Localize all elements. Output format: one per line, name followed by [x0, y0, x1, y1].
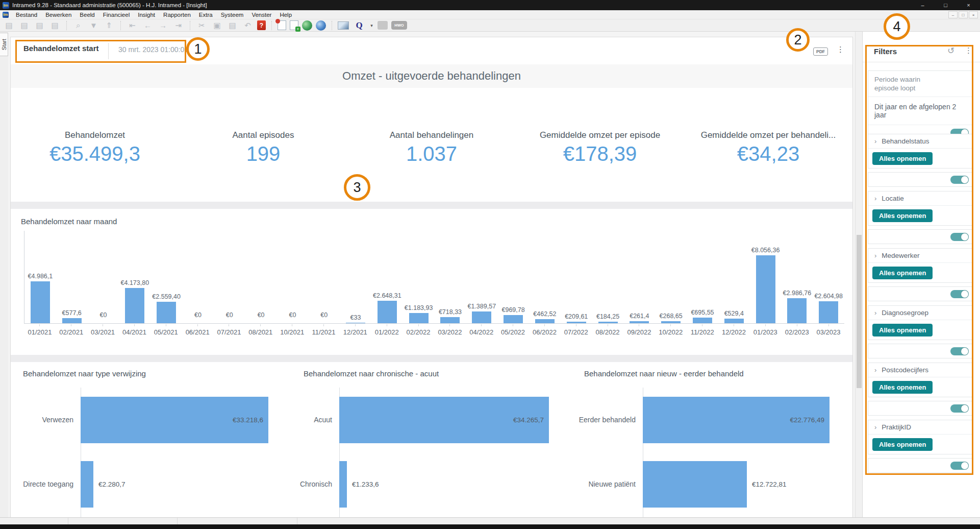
mdi-restore-button[interactable]: □ — [959, 11, 968, 18]
scrollbar-thumb[interactable] — [857, 235, 862, 388]
filter-group-header[interactable]: ›Diagnosegroep — [868, 306, 973, 320]
filter-toggle[interactable] — [950, 462, 969, 470]
include-all-button[interactable]: Alles opnemen — [872, 324, 933, 336]
window-title: Intramed 9.28 - Standaard administratie … — [12, 2, 207, 8]
mdi-minimize-button[interactable]: – — [948, 11, 958, 18]
menu-systeem[interactable]: Systeem — [217, 12, 248, 18]
bar-track: €2.280,7 — [81, 461, 291, 508]
menu-help[interactable]: Help — [275, 12, 296, 18]
dashboard-scrollbar[interactable] — [855, 32, 862, 517]
month-tick-label: 12/2022 — [718, 324, 750, 336]
menu-insight[interactable]: Insight — [134, 12, 159, 18]
filter-period-value[interactable]: Dit jaar en de afgelopen 2 jaar — [868, 97, 973, 125]
filter-toggle[interactable] — [950, 290, 969, 298]
kpi-label: Gemiddelde omzet per behandeli... — [684, 130, 852, 140]
tab-start[interactable]: Start — [0, 33, 8, 56]
verslaglegging-icon[interactable] — [278, 20, 286, 30]
monthly-revenue-chart: Behandelomzet naar maand €4.986,1€577,6€… — [11, 209, 852, 355]
bar-value-label: €4.173,80 — [121, 279, 149, 286]
menu-financieel[interactable]: Financieel — [99, 12, 134, 18]
koppeling-icon[interactable] — [378, 21, 388, 30]
include-all-button[interactable]: Alles opnemen — [872, 381, 933, 394]
bar — [409, 313, 429, 323]
bar — [535, 319, 555, 323]
filters-menu-button[interactable]: ⋮ — [965, 46, 972, 55]
filter-group-header[interactable]: ›Behandelstatus — [868, 134, 973, 149]
kpi-card: Aantal episodes199 — [179, 130, 347, 165]
maximize-button[interactable]: □ — [934, 0, 957, 10]
filter-toggle[interactable] — [950, 347, 969, 355]
undo-icon[interactable]: ↶ — [242, 20, 254, 31]
include-all-button[interactable]: Alles opnemen — [872, 152, 933, 165]
filter-group-box: ›PostcodecijfersAlles opnemen — [868, 363, 973, 397]
menu-bestand[interactable]: Bestand — [12, 12, 41, 18]
chevron-right-icon: › — [874, 195, 876, 202]
chart-row: Eerder behandeld€22.776,49 — [572, 388, 852, 452]
refresh-filters-icon[interactable]: ↺ — [947, 45, 954, 56]
filter-icon[interactable]: ▼ — [88, 20, 99, 31]
filter-toggle[interactable] — [950, 404, 969, 413]
filter-group-name: Behandelstatus — [882, 137, 929, 145]
bar-value-label: €33.218,6 — [233, 416, 263, 424]
filter-groups: ›BehandelstatusAlles opnemen›LocatieAlle… — [868, 134, 973, 477]
previous-record-icon[interactable]: ← — [142, 20, 154, 31]
bar — [378, 301, 397, 323]
mdi-close-button[interactable]: × — [969, 11, 978, 18]
filter-group-header[interactable]: ›Locatie — [868, 191, 973, 206]
monthly-bar-slot: €209,61 — [561, 231, 592, 323]
menu-extra[interactable]: Extra — [195, 12, 217, 18]
menu-rapporten[interactable]: Rapporten — [159, 12, 195, 18]
hwo-icon[interactable]: HWO — [391, 21, 407, 30]
monthly-bar-slot: €2.559,40 — [150, 231, 182, 323]
menu-venster[interactable]: Venster — [247, 12, 275, 18]
bar — [62, 318, 82, 323]
delete-card-icon[interactable]: ▤ — [49, 20, 61, 31]
include-all-button[interactable]: Alles opnemen — [872, 209, 933, 222]
bar-value-label: €2.986,76 — [783, 290, 812, 297]
close-button[interactable]: × — [957, 0, 980, 10]
sort-up-icon[interactable]: ⇑ — [103, 20, 115, 31]
filter-period-label: Periode waarin episode loopt — [868, 71, 973, 97]
online-inzage-icon[interactable] — [316, 20, 326, 31]
schermafdruk-icon[interactable] — [338, 21, 349, 30]
paste-icon[interactable]: ▤ — [227, 20, 238, 31]
monthly-bar-slot: €4.173,80 — [119, 231, 150, 323]
include-all-button[interactable]: Alles opnemen — [872, 438, 933, 451]
month-tick-label: 11/2021 — [308, 324, 340, 336]
last-record-icon[interactable]: ⇥ — [172, 20, 184, 31]
intramed-q-icon[interactable]: Q — [353, 20, 366, 31]
dropdown-caret-icon[interactable]: ▾ — [369, 20, 374, 31]
open-card-icon[interactable]: ▤ — [3, 20, 15, 31]
monthly-bar-slot: €529,4 — [718, 231, 750, 323]
report-menu-button[interactable]: ⋮ — [837, 45, 844, 54]
menu-bewerken[interactable]: Bewerken — [41, 12, 76, 18]
dashboard-title-band: Omzet - uitgevoerde behandelingen — [11, 64, 852, 88]
menu-beeld[interactable]: Beeld — [76, 12, 98, 18]
month-tick-label: 05/2021 — [150, 324, 182, 336]
bar-value-label: €209,61 — [565, 313, 588, 320]
report-timestamp: 30 mrt. 2023 01:00:01 — [118, 45, 188, 54]
edit-card-icon[interactable]: ▤ — [18, 20, 30, 31]
monthly-bar-slot: €0 — [182, 231, 214, 323]
nieuw-document-icon[interactable] — [290, 20, 298, 30]
minimize-button[interactable]: – — [911, 0, 934, 10]
filter-group-header[interactable]: ›PraktijkID — [868, 420, 973, 435]
filter-group-header[interactable]: ›Postcodecijfers — [868, 363, 973, 377]
search-icon[interactable]: ⌕ — [72, 20, 84, 31]
help-icon[interactable]: ? — [257, 20, 266, 30]
cut-icon[interactable]: ✂ — [196, 20, 208, 31]
export-pdf-button[interactable]: PDF — [813, 47, 828, 56]
add-card-icon[interactable]: ▤ — [34, 20, 45, 31]
filter-group-postcodecijfers: ›PostcodecijfersAlles opnemen — [868, 363, 973, 416]
online-agenda-icon[interactable] — [302, 20, 312, 31]
filter-group-header[interactable]: ›Medewerker — [868, 249, 973, 263]
first-record-icon[interactable]: ⇤ — [127, 20, 138, 31]
copy-icon[interactable]: ▣ — [211, 20, 223, 31]
bar-value-label: €12.722,81 — [752, 480, 787, 488]
filter-group-name: Locatie — [882, 195, 904, 202]
filter-toggle[interactable] — [950, 176, 969, 184]
filter-toggle[interactable] — [950, 233, 969, 241]
next-record-icon[interactable]: → — [157, 20, 169, 31]
status-separator — [177, 518, 178, 525]
include-all-button[interactable]: Alles opnemen — [872, 267, 933, 279]
